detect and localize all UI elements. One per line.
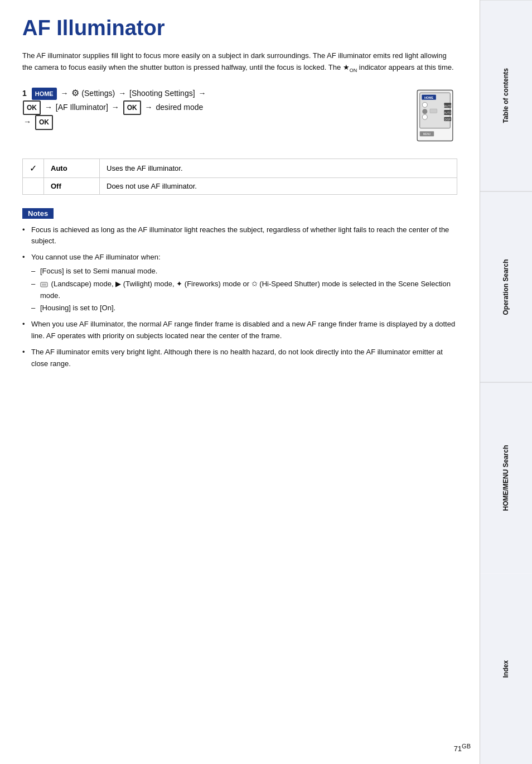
desc-off: Does not use AF illuminator.	[100, 177, 457, 194]
label-off: Off	[44, 177, 100, 194]
list-item: [Focus] is set to Semi manual mode.	[31, 266, 457, 277]
svg-text:AUTO: AUTO	[444, 112, 451, 114]
svg-text:$AUTO: $AUTO	[443, 104, 452, 107]
page-title: AF Illuminator	[22, 17, 457, 40]
svg-rect-6	[430, 109, 437, 113]
page-number: 71GB	[454, 743, 471, 753]
ok-key-2: OK	[123, 100, 141, 115]
ok-key-1: OK	[23, 100, 41, 115]
desc-auto: Uses the AF illuminator.	[100, 158, 457, 177]
instruction-text: 1 HOME → ⚙ (Settings) → [Shooting Settin…	[22, 85, 402, 130]
home-key: HOME	[32, 88, 57, 100]
intro-text: The AF illuminator supplies fill light t…	[22, 50, 457, 74]
check-col: ✓	[23, 158, 44, 177]
svg-point-5	[422, 109, 427, 114]
main-content: AF Illuminator The AF illuminator suppli…	[0, 0, 480, 764]
svg-point-4	[422, 102, 427, 107]
table-row: Off Does not use AF illuminator.	[23, 177, 457, 194]
page-wrapper: AF Illuminator The AF illuminator suppli…	[0, 0, 532, 764]
sidebar-tab-home-menu[interactable]: HOME/MENU Search	[480, 382, 532, 574]
list-item: [Housing] is set to [On].	[31, 302, 457, 314]
notes-section: Notes Focus is achieved as long as the A…	[22, 208, 457, 370]
list-item: When you use AF illuminator, the normal …	[22, 319, 457, 342]
step-number: 1	[22, 89, 27, 98]
list-item: You cannot use the AF illuminator when: …	[22, 252, 457, 314]
notes-sublist: [Focus] is set to Semi manual mode. (Lan…	[31, 266, 457, 314]
svg-text:MENU: MENU	[423, 133, 431, 136]
list-item: Focus is achieved as long as the AF illu…	[22, 224, 457, 248]
check-col-off	[23, 177, 44, 194]
instruction-block: 1 HOME → ⚙ (Settings) → [Shooting Settin…	[22, 85, 457, 145]
settings-table: ✓ Auto Uses the AF illuminator. Off Does…	[22, 158, 457, 195]
list-item: (Landscape) mode, ▶ (Twilight) mode, ✦ (…	[31, 278, 457, 302]
svg-point-7	[422, 114, 427, 119]
notes-list: Focus is achieved as long as the AF illu…	[22, 224, 457, 370]
right-sidebar: Table of contents Operation Search HOME/…	[480, 0, 532, 764]
notes-label: Notes	[22, 208, 54, 219]
svg-text:DISP: DISP	[444, 118, 451, 121]
sidebar-tab-toc[interactable]: Table of contents	[480, 0, 532, 191]
table-row: ✓ Auto Uses the AF illuminator.	[23, 158, 457, 177]
svg-text:HOME: HOME	[424, 96, 434, 99]
list-item: The AF illuminator emits very bright lig…	[22, 347, 457, 370]
svg-rect-17	[42, 284, 46, 286]
sidebar-tab-index[interactable]: Index	[480, 574, 532, 765]
camera-diagram: HOME MENU $AUTO AUTO DISP	[413, 88, 457, 145]
label-auto: Auto	[44, 158, 100, 177]
sidebar-tab-operation[interactable]: Operation Search	[480, 191, 532, 383]
ok-key-3: OK	[35, 115, 53, 129]
